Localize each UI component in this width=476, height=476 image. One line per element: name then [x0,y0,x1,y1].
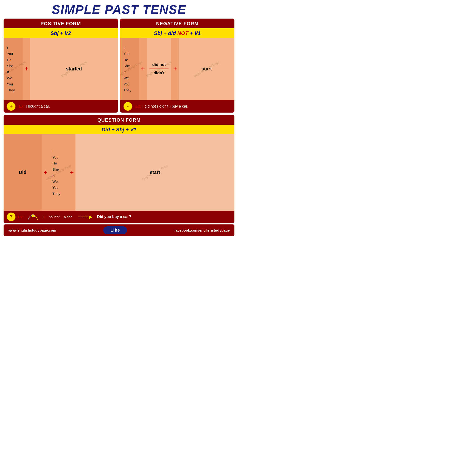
negative-plus1: + [139,38,147,100]
positive-pronoun-he: He [7,57,19,63]
positive-pronoun-they: They [7,87,19,93]
question-header: QUESTION FORM [3,115,235,125]
question-formula: Did + Sbj + V1 [3,125,235,134]
negative-example-bar: - Ex: I did not ( didn't ) buy a car. [120,100,235,113]
footer-website: www.englishstudypage.com [8,228,56,232]
question-section: QUESTION FORM Did + Sbj + V1 www.english… [3,115,235,223]
negative-header: NEGATIVE FORM [120,18,235,28]
negative-pronouns: I You He She It We You They English Stud… [120,38,139,100]
positive-example-text: I bought a car. [26,104,50,108]
question-ex-result: Did you buy a car? [97,215,131,219]
positive-pronoun-you: You [7,51,19,57]
question-ex-acar: a car. [64,215,73,219]
negative-section: NEGATIVE FORM Sbj + did NOT + V1 I You H… [120,18,235,113]
negative-didnot: did not didn't English Study Page [147,38,171,100]
positive-section: POSITIVE FORM Sbj + V2 I You He She It W… [3,18,118,113]
dashed-arrow: ▶ [78,214,92,220]
question-ex-bought: bought [49,215,60,219]
question-ex-i: I [43,215,44,219]
positive-pronoun-you2: You [7,81,19,87]
positive-formula: Sbj + V2 [3,28,118,38]
question-did: Did [3,134,42,211]
question-arrow-group [26,213,40,221]
question-plus1: + [42,134,49,211]
question-box: QUESTION FORM Did + Sbj + V1 www.english… [3,115,235,223]
negative-did-not: did not [152,62,166,67]
negative-badge: - [123,102,132,111]
negative-didnt: didn't [153,71,165,75]
negative-example: Ex: I did not ( didn't ) buy a car. [136,104,188,108]
positive-plus: + [23,38,30,100]
page: SIMPLE PAST TENSE POSITIVE FORM Sbj + V2… [0,0,238,238]
negative-example-text: I did not ( didn't ) buy a car. [142,104,188,108]
negative-ex-label: Ex: [136,104,141,108]
positive-pronoun-it: It [7,69,19,75]
negative-plus2: + [171,38,179,100]
positive-pronouns: I You He She It We You They English Stud… [3,38,23,100]
question-example: Ex: [18,213,231,221]
question-badge: ? [7,213,16,221]
positive-ex-label: Ex: [19,104,25,108]
negative-divider [150,68,169,69]
positive-pronoun-she: She [7,63,19,69]
negative-formula: Sbj + did NOT + V1 [120,28,235,38]
positive-pronoun-we: We [7,75,19,81]
top-row: POSITIVE FORM Sbj + V2 I You He She It W… [3,18,235,113]
footer-facebook: facebook.com/englishstudypage [174,228,230,232]
question-plus2: + [68,134,75,211]
positive-example-bar: + Ex: I bought a car. [3,100,118,113]
positive-badge: + [7,102,16,111]
footer-like-button[interactable]: Like [103,226,127,234]
question-verb: start English Study Page [75,134,235,211]
question-pronouns: I You He She It We You They English Stud… [49,134,68,211]
positive-pronoun-i: I [7,45,19,51]
main-title: SIMPLE PAST TENSE [3,2,235,17]
dashed-line [78,217,88,217]
question-example-bar: ? Ex: [3,211,235,223]
curved-arrows-icon [26,213,40,221]
footer: www.englishstudypage.com Like facebook.c… [3,224,235,236]
question-ex-label: Ex: [18,215,23,219]
positive-example: Ex: I bought a car. [19,104,50,108]
negative-verb: start English Study Page [179,38,235,100]
positive-verb: started English Study Page [30,38,118,100]
arrow-head-icon: ▶ [89,214,92,220]
positive-header: POSITIVE FORM [3,18,118,28]
negative-content: I You He She It We You They English Stud… [120,38,235,100]
question-content: www.englishstudypage.com www.englishstud… [3,134,235,211]
positive-content: I You He She It We You They English Stud… [3,38,118,100]
